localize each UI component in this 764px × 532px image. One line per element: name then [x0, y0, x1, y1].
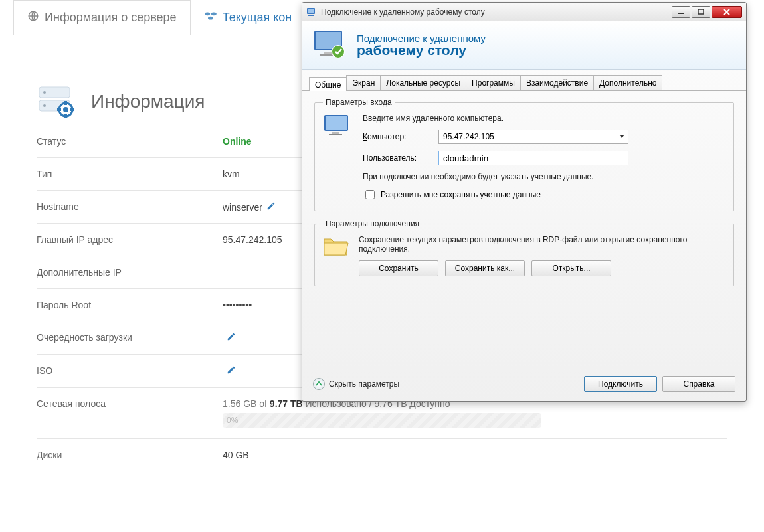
login-hint: Введите имя удаленного компьютера. — [363, 114, 725, 123]
svg-rect-14 — [70, 108, 74, 111]
rdp-tab-local[interactable]: Локальные ресурсы — [380, 75, 466, 90]
rdp-icon — [306, 7, 317, 17]
tab-server-info[interactable]: Информация о сервере — [13, 0, 191, 35]
edit-hostname-icon[interactable] — [266, 202, 276, 213]
save-credentials-checkbox[interactable]: Разрешить мне сохранять учетные данные — [363, 188, 725, 201]
conn-legend: Параметры подключения — [323, 219, 422, 228]
svg-point-2 — [211, 12, 216, 15]
rdp-tabs: Общие Экран Локальные ресурсы Программы … — [302, 70, 746, 91]
minimize-button[interactable] — [672, 6, 690, 18]
chevron-up-icon — [313, 378, 325, 390]
save-as-button[interactable]: Сохранить как... — [445, 260, 525, 276]
user-label: Пользователь: — [363, 153, 432, 163]
connect-button[interactable]: Подключить — [584, 376, 657, 392]
svg-rect-11 — [64, 101, 67, 105]
small-monitor-icon — [323, 114, 353, 140]
save-button[interactable]: Сохранить — [359, 260, 438, 276]
conn-hint: Сохранение текущих параметров подключени… — [359, 235, 691, 254]
folder-icon — [323, 235, 349, 258]
hide-options-button[interactable]: Скрыть параметры — [313, 378, 579, 390]
rdp-tab-programs[interactable]: Программы — [466, 75, 521, 90]
rdp-tab-experience[interactable]: Взаимодействие — [520, 75, 594, 90]
svg-point-6 — [43, 91, 46, 94]
user-input[interactable] — [438, 151, 628, 165]
banner-line1: Подключение к удаленному — [357, 33, 486, 44]
svg-point-3 — [208, 16, 213, 19]
rdp-banner: Подключение к удаленному рабочему столу — [302, 21, 746, 70]
rdp-tab-general[interactable]: Общие — [309, 77, 347, 91]
computer-label: Компьютер: — [363, 132, 432, 141]
svg-rect-20 — [698, 9, 704, 14]
svg-rect-23 — [324, 52, 332, 54]
help-button[interactable]: Справка — [662, 376, 735, 392]
svg-rect-28 — [326, 116, 347, 130]
banner-line2: рабочему столу — [357, 43, 486, 58]
tab-current-config[interactable]: Текущая кон — [191, 0, 306, 35]
svg-point-10 — [63, 107, 68, 112]
tab-label: Информация о сервере — [45, 11, 177, 25]
svg-point-7 — [43, 104, 46, 107]
svg-rect-13 — [57, 108, 61, 111]
close-button[interactable] — [712, 6, 742, 18]
server-icon — [37, 83, 79, 120]
rdp-tab-advanced[interactable]: Дополнительно — [593, 75, 662, 90]
svg-rect-16 — [308, 9, 314, 13]
globe-icon — [27, 10, 39, 25]
rdp-footer: Скрыть параметры Подключить Справка — [302, 369, 746, 401]
rdp-titlebar[interactable]: Подключение к удаленному рабочему столу — [302, 3, 746, 21]
login-legend: Параметры входа — [323, 98, 395, 107]
svg-rect-17 — [310, 15, 312, 15]
row-disks: Диски40 GB — [37, 438, 727, 471]
svg-rect-12 — [64, 114, 67, 118]
svg-rect-30 — [329, 134, 342, 135]
credentials-hint: При подключении необходимо будет указать… — [363, 172, 628, 181]
monitor-icon — [313, 29, 347, 61]
rdp-tab-display[interactable]: Экран — [346, 75, 381, 90]
chevron-down-icon — [619, 133, 625, 142]
rdp-dialog: Подключение к удаленному рабочему столу … — [302, 2, 747, 402]
section-title: Информация — [91, 91, 205, 112]
tab-label: Текущая кон — [223, 11, 292, 25]
computer-combobox[interactable]: 95.47.242.105 — [438, 130, 628, 144]
save-credentials-input[interactable] — [365, 190, 375, 199]
svg-rect-29 — [332, 132, 339, 134]
rdp-title: Подключение к удаленному рабочему столу — [321, 7, 670, 17]
svg-point-1 — [205, 12, 210, 15]
svg-rect-18 — [308, 15, 314, 16]
login-group: Параметры входа Введите имя удаленного к… — [314, 98, 734, 211]
computer-value: 95.47.242.105 — [443, 132, 494, 141]
bandwidth-bar: 0% — [223, 413, 541, 428]
connection-group: Параметры подключения Сохранение текущих… — [314, 219, 734, 286]
edit-iso-icon[interactable] — [227, 366, 236, 377]
maximize-button[interactable] — [692, 6, 710, 18]
edit-boot-order-icon[interactable] — [227, 333, 236, 343]
cluster-icon — [204, 11, 217, 25]
open-button[interactable]: Открыть... — [531, 260, 611, 276]
